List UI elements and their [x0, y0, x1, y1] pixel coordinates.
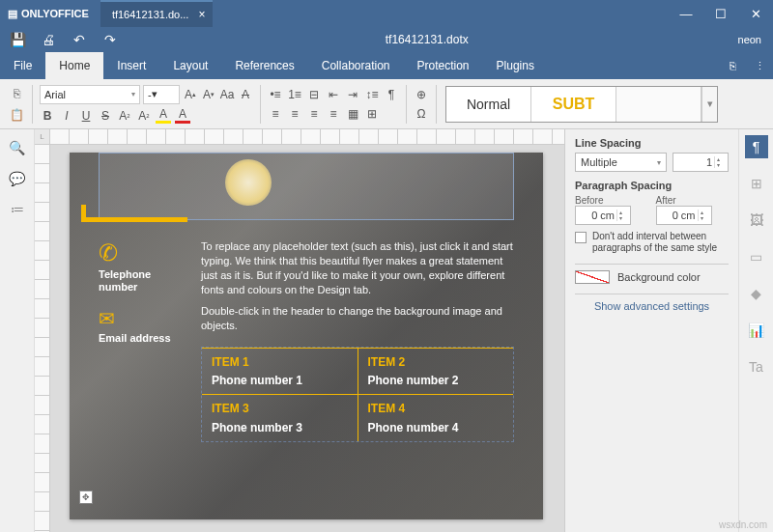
chart-settings-icon[interactable]: 📊	[745, 319, 768, 342]
tab-insert[interactable]: Insert	[103, 52, 159, 79]
line-spacing-mode: Multiple	[581, 156, 617, 168]
item-cell[interactable]: ITEM 3 Phone number 3	[202, 394, 358, 440]
no-interval-label: Don't add interval between paragraphs of…	[592, 231, 729, 254]
after-label: After	[656, 195, 730, 206]
style-normal[interactable]: Normal	[446, 87, 531, 122]
checkbox-icon[interactable]	[575, 232, 587, 243]
font-size-select[interactable]: - ▾	[143, 85, 180, 104]
insert-symbol-icon[interactable]: Ω	[414, 106, 429, 122]
decrease-font-icon[interactable]: A▾	[201, 87, 216, 102]
dropdown-icon: ▾	[152, 88, 157, 100]
bullets-icon[interactable]: •≡	[268, 87, 283, 102]
ruler-horizontal[interactable]: L	[35, 129, 564, 145]
line-spacing-value[interactable]: 1 ▴▾	[673, 153, 729, 172]
align-right-icon[interactable]: ≡	[306, 106, 322, 122]
align-left-icon[interactable]: ≡	[268, 106, 283, 122]
open-location-icon[interactable]: ⎘	[719, 52, 746, 79]
subscript-button[interactable]: A2	[136, 108, 152, 124]
tab-collaboration[interactable]: Collaboration	[308, 52, 404, 79]
shading-icon[interactable]: ▦	[345, 106, 360, 122]
superscript-button[interactable]: A2	[117, 108, 132, 124]
item-cell[interactable]: ITEM 4 Phone number 4	[358, 394, 514, 440]
line-spacing-select[interactable]: Multiple ▾	[575, 153, 667, 172]
header-light-graphic	[225, 159, 272, 206]
font-color-button[interactable]: A	[175, 108, 190, 124]
image-settings-icon[interactable]: 🖼	[745, 209, 768, 232]
style-expand-icon[interactable]: ▾	[701, 87, 717, 122]
underline-button[interactable]: U	[78, 108, 94, 124]
search-icon[interactable]: 🔍	[9, 139, 26, 156]
print-icon[interactable]: 🖨	[41, 32, 56, 47]
redo-icon[interactable]: ↷	[102, 32, 118, 47]
bold-button[interactable]: B	[40, 108, 55, 124]
nonprinting-icon[interactable]: ¶	[384, 87, 399, 102]
spin-down-icon[interactable]: ▾	[619, 215, 626, 221]
maximize-button[interactable]: ☐	[703, 0, 738, 27]
comments-icon[interactable]: 💬	[9, 170, 26, 187]
tab-file[interactable]: File	[0, 52, 45, 79]
tab-home[interactable]: Home	[45, 52, 103, 79]
save-icon[interactable]: 💾	[10, 32, 25, 47]
textart-settings-icon[interactable]: Ta	[745, 355, 768, 378]
italic-button[interactable]: I	[59, 108, 74, 124]
item-cell[interactable]: ITEM 1 Phone number 1	[202, 348, 358, 394]
indent-inc-icon[interactable]: ⇥	[345, 87, 360, 102]
before-value[interactable]: 0 cm ▴▾	[575, 206, 631, 225]
increase-font-icon[interactable]: A▴	[183, 87, 198, 102]
bg-color-swatch[interactable]	[575, 270, 610, 284]
minimize-button[interactable]: —	[669, 0, 703, 27]
paste-icon[interactable]: 📋	[8, 106, 25, 124]
advanced-settings-link[interactable]: Show advanced settings	[575, 300, 729, 312]
tab-layout[interactable]: Layout	[159, 52, 221, 79]
item-title: ITEM 1	[212, 354, 348, 370]
item-cell[interactable]: ITEM 2 Phone number 2	[358, 348, 514, 394]
table-settings-icon[interactable]: ⊞	[745, 172, 768, 195]
move-handle-icon[interactable]: ✥	[79, 490, 93, 504]
telephone-label[interactable]: Telephone number	[99, 268, 184, 294]
clear-format-icon[interactable]: A	[238, 87, 253, 102]
document-tab[interactable]: tf16412131.do... ×	[100, 0, 214, 27]
user-name[interactable]: neon	[727, 34, 773, 45]
change-case-icon[interactable]: Aa	[219, 87, 235, 102]
editor-area: L ✆ Telephone number ✉ Email addre	[35, 129, 564, 532]
items-table[interactable]: ITEM 1 Phone number 1 ITEM 2 Phone numbe…	[201, 347, 514, 442]
headings-icon[interactable]: ≔	[9, 201, 26, 218]
tab-plugins[interactable]: Plugins	[483, 52, 548, 79]
align-justify-icon[interactable]: ≡	[326, 106, 341, 122]
tab-protection[interactable]: Protection	[404, 52, 483, 79]
placeholder-text-2[interactable]: Double-click in the header to change the…	[201, 304, 514, 333]
toolbar: ⎘ 📋 Arial ▾ - ▾ A▴ A▾ Aa A B I U S A2 A2…	[0, 79, 773, 129]
numbering-icon[interactable]: 1≡	[287, 87, 302, 102]
ruler-vertical[interactable]	[35, 145, 50, 532]
copy-icon[interactable]: ⎘	[8, 85, 25, 102]
app-name: ONLYOFFICE	[21, 8, 89, 19]
email-label[interactable]: Email address	[99, 332, 184, 345]
spin-down-icon[interactable]: ▾	[717, 162, 724, 168]
header-settings-icon[interactable]: ▭	[745, 245, 768, 268]
tab-references[interactable]: References	[221, 52, 307, 79]
strike-button[interactable]: S	[98, 108, 113, 124]
insert-object-icon[interactable]: ⊕	[414, 87, 429, 102]
shape-settings-icon[interactable]: ◆	[745, 282, 768, 305]
linespacing-icon[interactable]: ↕≡	[364, 87, 380, 102]
close-button[interactable]: ✕	[738, 0, 773, 27]
paragraph-settings-icon[interactable]: ¶	[745, 135, 768, 158]
undo-icon[interactable]: ↶	[72, 32, 87, 47]
spin-down-icon[interactable]: ▾	[701, 215, 707, 221]
indent-dec-icon[interactable]: ⇤	[326, 87, 341, 102]
style-subtitle[interactable]: SUBT	[531, 87, 616, 122]
placeholder-text-1[interactable]: To replace any placeholder text (such as…	[201, 239, 514, 296]
align-center-icon[interactable]: ≡	[287, 106, 302, 122]
email-icon: ✉	[99, 307, 184, 330]
highlight-button[interactable]: A	[156, 108, 171, 124]
page[interactable]: ✆ Telephone number ✉ Email address To re…	[70, 153, 543, 519]
multilevel-icon[interactable]: ⊟	[306, 87, 322, 102]
font-family-select[interactable]: Arial ▾	[40, 85, 140, 104]
borders-icon[interactable]: ⊞	[364, 106, 380, 122]
page-canvas[interactable]: ✆ Telephone number ✉ Email address To re…	[50, 145, 564, 532]
view-settings-icon[interactable]: ⋮	[746, 52, 773, 79]
style-extra[interactable]	[616, 87, 701, 122]
after-value[interactable]: 0 cm ▴▾	[656, 206, 712, 225]
tab-close-icon[interactable]: ×	[198, 8, 205, 21]
no-interval-check[interactable]: Don't add interval between paragraphs of…	[575, 231, 729, 254]
